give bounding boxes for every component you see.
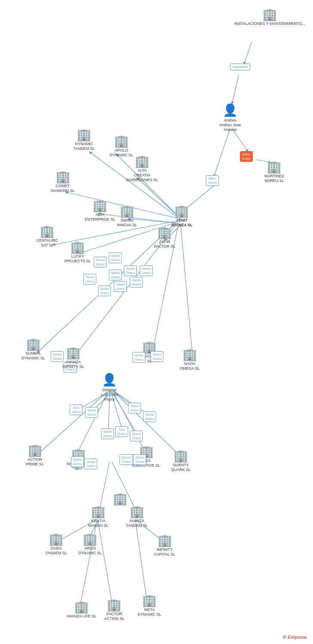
building-icon-instalaciones: 🏢 — [262, 9, 277, 21]
building-icon-sunbal-dynamic: 🏢 — [26, 338, 41, 350]
badge-liquidador: Liquidador — [230, 64, 250, 70]
label-suenty-quark: SUENTYQUARK SL — [171, 463, 191, 472]
node-adm-unico2[interactable]: Adm.Único — [206, 175, 219, 186]
badge-socio9[interactable]: SocioÚnico — [140, 265, 153, 276]
label-zenit-avanza: ZENITAVANZA SL — [171, 218, 193, 228]
label-donjose: DonjoseLuis CollsPeyra — [101, 388, 118, 401]
badge-socio8[interactable]: SocioÚnico — [130, 277, 143, 288]
label-andreu: AndreuAndreu JoseAntonio — [219, 118, 241, 132]
badge-socio-catam1[interactable]: SocioÚnico — [132, 352, 145, 363]
label-avanza-tandem: AVANZATANDEM SL — [126, 519, 148, 528]
node-infinity-capital[interactable]: 🏢 INFINITYCAPITAL SL — [154, 535, 175, 557]
label-comet-diamond: COMETDIAMOND SL — [51, 184, 75, 193]
node-lucky-projects[interactable]: 🏢 LUCKYPROJECTS SL — [64, 241, 91, 264]
node-navia-omega[interactable]: 🏢 NAVIAOMEGA SL — [180, 349, 200, 371]
label-arco-dynamic: ARCODYNAMIC SL — [78, 546, 102, 556]
label-zafir-factor: ZAFIRFACTOR SL — [154, 240, 175, 249]
badge-donjose-socio5[interactable]: SocioÚnico — [101, 428, 114, 439]
label-alta-enterprise: ALTAENTERPRISE SL — [85, 213, 115, 222]
label-kentia-magno: KENTIAMAGNO SL — [88, 519, 109, 528]
badge-donjose-socio4[interactable]: SocioÚnico — [143, 411, 156, 422]
node-alta-creatia[interactable]: 🏢 ALTACREATIAINVERSIONES SL — [126, 155, 158, 182]
node-avanza-tandem[interactable]: 🏢 AVANZATANDEM SL — [126, 506, 148, 528]
node-avanza-life[interactable]: 🏢 AVANZA LIFE SL — [67, 601, 96, 619]
node-alta-enterprise[interactable]: 🏢 ALTAENTERPRISE SL — [85, 200, 115, 222]
badge-socio6[interactable]: SocioÚnico — [98, 286, 111, 296]
label-avanza-infinity: AVANZAINFINITY SL — [62, 360, 84, 369]
node-apolo-dynamic[interactable]: 🏢 APOLODYNAMIC SL — [110, 135, 133, 158]
badge-adm-unico2: Adm.Único — [206, 175, 219, 186]
node-meta-dynamic[interactable]: 🏢 METADYNAMIC SL — [138, 595, 161, 617]
badge-socio3[interactable]: SocioÚnico — [83, 274, 96, 285]
label-infinity-capital: INFINITYCAPITAL SL — [154, 547, 175, 557]
building-icon-alta-enterprise: 🏢 — [92, 200, 107, 212]
node-zenit-avanza[interactable]: 🏢 ZENITAVANZA SL — [171, 205, 193, 228]
node-factor-action[interactable]: 🏢 FACTORACTION SL — [104, 599, 125, 621]
badge-donjose-socio3[interactable]: SocioÚnico — [128, 403, 141, 413]
node-sunbal-dynamic[interactable]: 🏢 SUNBALDYNAMIC SL — [21, 338, 45, 361]
badge-lower-socio1[interactable]: SocioÚnico — [71, 456, 84, 467]
badge-socio7[interactable]: SocioÚnico — [114, 281, 127, 292]
badge-lower-socio3[interactable]: SocioÚnico — [120, 454, 132, 465]
building-icon-apolo-dynamic: 🏢 — [114, 135, 129, 147]
label-navia-omega: NAVIAOMEGA SL — [180, 361, 200, 371]
node-dynamic-tandem[interactable]: 🏢 DYNAMICTANDEM SL — [73, 129, 95, 151]
building-icon-alta-creatia: 🏢 — [135, 155, 150, 167]
building-icon-factor-action: 🏢 — [107, 599, 122, 611]
node-liquidador[interactable]: Liquidador — [230, 64, 250, 70]
badge-donjose-socio2[interactable]: SocioÚnico — [85, 407, 98, 418]
badge-donjose-socio7[interactable]: SocioÚnico — [130, 431, 143, 441]
badge-donjose-socio1[interactable]: SociÚnico — [70, 404, 83, 415]
node-mid-lower[interactable]: 🏢 — [113, 493, 128, 505]
badge-lower-socio2[interactable]: SocioÚnico — [84, 459, 97, 469]
node-avanza-infinity[interactable]: 🏢 AVANZAINFINITY SL — [62, 347, 84, 369]
badge-lower-socio4[interactable]: SocioÚnico — [133, 454, 146, 465]
node-donjose[interactable]: 👤 DonjoseLuis CollsPeyra — [101, 373, 118, 401]
label-avanza-life: AVANZA LIFE SL — [67, 614, 96, 619]
svg-line-26 — [38, 392, 107, 454]
building-icon-comet-diamond: 🏢 — [55, 171, 71, 183]
building-icon-meta-dynamic: 🏢 — [142, 595, 157, 607]
label-lucky-projects: LUCKYPROJECTS SL — [64, 254, 91, 264]
badge-socio1[interactable]: SocioÚnico — [94, 257, 107, 267]
building-icon-avanza-tandem: 🏢 — [129, 506, 144, 518]
svg-line-3 — [214, 129, 230, 176]
building-icon-mid-lower: 🏢 — [113, 493, 128, 505]
node-andreu[interactable]: 👤 AndreuAndreu JoseAntonio — [219, 103, 241, 132]
node-swing-innova[interactable]: 🏢 SWINGINNOVA SL — [117, 205, 137, 228]
svg-line-18 — [181, 224, 193, 357]
building-icon-lucky-projects: 🏢 — [70, 241, 85, 253]
badge-socio4[interactable]: SocioÚnico — [109, 270, 122, 280]
building-icon-dynamic-tandem: 🏢 — [77, 129, 92, 141]
building-icon-zafir-factor: 🏢 — [157, 227, 172, 239]
badge-socio5[interactable]: SocioÚnico — [124, 265, 137, 276]
node-suenty-quark[interactable]: 🏢 SUENTYQUARK SL — [171, 450, 191, 472]
badge-donjose-socio6[interactable]: SociÚnico — [115, 426, 128, 437]
building-icon-avanza-infinity: 🏢 — [66, 347, 81, 359]
label-action-prime: ACTIONPRIME SL — [26, 457, 44, 467]
label-swing-innova: SWINGINNOVA SL — [117, 218, 137, 228]
badge-socio2[interactable]: SocioÚnico — [109, 252, 122, 263]
node-kentia-magno[interactable]: 🏢 KENTIAMAGNO SL — [88, 506, 109, 528]
node-comet-diamond[interactable]: 🏢 COMETDIAMOND SL — [51, 171, 75, 193]
label-martinez: MARTINEZNDREU SL — [264, 174, 284, 183]
person-icon-andreu: 👤 — [223, 103, 238, 117]
node-martinez[interactable]: 🏢 MARTINEZNDREU SL — [264, 161, 284, 183]
node-adm-unico1[interactable]: Adm.Único — [240, 151, 253, 162]
node-zaida-tandem[interactable]: 🏢 ZAIDATANDEM SL — [45, 533, 67, 556]
building-icon-centauro-sat: 🏢 — [40, 225, 55, 237]
badge-socio-sunbal[interactable]: SocioÚnico — [51, 351, 64, 362]
label-sunbal-dynamic: SUNBALDYNAMIC SL — [21, 351, 45, 361]
building-icon-martinez: 🏢 — [267, 161, 282, 173]
svg-line-1 — [232, 75, 239, 103]
label-meta-dynamic: METADYNAMIC SL — [138, 608, 161, 617]
building-icon-action-prime: 🏢 — [28, 444, 43, 456]
node-zafir-factor[interactable]: 🏢 ZAFIRFACTOR SL — [154, 227, 175, 249]
node-centauro-sat[interactable]: 🏢 CENTAUROSAT SL — [37, 225, 58, 248]
node-action-prime[interactable]: 🏢 ACTIONPRIME SL — [26, 444, 44, 467]
label-dynamic-tandem: DYNAMICTANDEM SL — [73, 142, 95, 151]
node-arco-dynamic[interactable]: 🏢 ARCODYNAMIC SL — [78, 533, 102, 556]
badge-socio-catam2[interactable]: SocioÚnico — [150, 351, 163, 362]
node-instalaciones[interactable]: 🏢 INSTALACIONES Y MANTENIMIENTO... — [234, 9, 305, 26]
building-icon-infinity-capital: 🏢 — [157, 535, 172, 547]
